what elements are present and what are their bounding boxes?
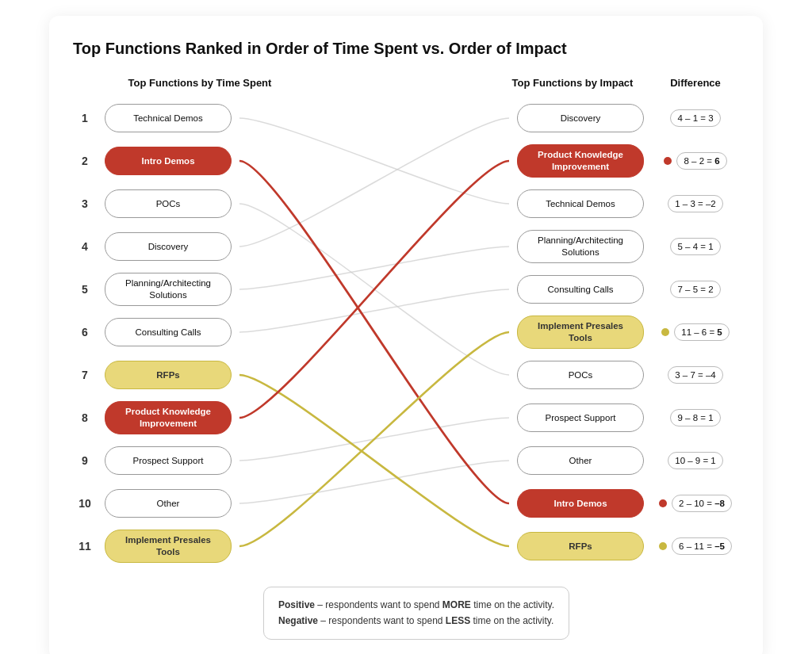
diff-box-5: 7 – 5 = 2 bbox=[670, 281, 720, 298]
diff-cell-9: 10 – 9 = 1 bbox=[652, 439, 739, 482]
right-box-11: RFPs bbox=[517, 532, 644, 560]
left-box-11: Implement Presales Tools bbox=[105, 530, 232, 563]
rank-number-4: 4 bbox=[73, 225, 97, 268]
diff-dot-6 bbox=[661, 328, 669, 336]
left-box-8: Product Knowledge Improvement bbox=[105, 401, 232, 434]
diff-dot-2 bbox=[664, 157, 672, 165]
right-item-11: RFPs bbox=[509, 525, 652, 568]
diff-cell-10: 2 – 10 = –8 bbox=[652, 482, 739, 525]
diff-cell-8: 9 – 8 = 1 bbox=[652, 396, 739, 439]
header-right: Top Functions by Impact bbox=[493, 77, 652, 89]
chart-body: 1234567891011 Technical DemosIntro Demos… bbox=[73, 97, 739, 571]
diff-cell-11: 6 – 11 = –5 bbox=[652, 525, 739, 568]
right-box-2: Product Knowledge Improvement bbox=[517, 144, 644, 178]
left-box-1: Technical Demos bbox=[105, 104, 232, 132]
columns-header: Top Functions by Time Spent Top Function… bbox=[73, 77, 739, 89]
left-box-3: POCs bbox=[105, 189, 232, 218]
right-item-6: Implement Presales Tools bbox=[509, 311, 652, 354]
diff-col: 4 – 1 = 38 – 2 = 61 – 3 = –25 – 4 = 17 –… bbox=[652, 97, 739, 568]
right-box-6: Implement Presales Tools bbox=[517, 316, 644, 349]
left-box-2: Intro Demos bbox=[105, 147, 232, 175]
right-box-7: POCs bbox=[517, 361, 644, 389]
left-item-11: Implement Presales Tools bbox=[97, 525, 239, 568]
diff-box-9: 10 – 9 = 1 bbox=[668, 452, 722, 469]
rank-number-5: 5 bbox=[73, 268, 97, 311]
diff-box-11: 6 – 11 = –5 bbox=[672, 537, 732, 555]
left-item-6: Consulting Calls bbox=[97, 311, 239, 354]
diff-dot-10 bbox=[659, 499, 667, 507]
right-item-8: Prospect Support bbox=[509, 396, 652, 439]
header-center bbox=[279, 77, 493, 89]
chart-container: Top Functions Ranked in Order of Time Sp… bbox=[49, 16, 763, 654]
diff-box-10: 2 – 10 = –8 bbox=[672, 495, 732, 512]
diff-box-7: 3 – 7 = –4 bbox=[668, 366, 722, 384]
right-item-10: Intro Demos bbox=[509, 482, 652, 525]
right-item-4: Planning/Architecting Solutions bbox=[509, 225, 652, 268]
right-box-1: Discovery bbox=[517, 104, 644, 132]
diff-box-3: 1 – 3 = –2 bbox=[668, 195, 722, 212]
rank-number-3: 3 bbox=[73, 182, 97, 225]
left-item-2: Intro Demos bbox=[97, 140, 239, 182]
right-item-5: Consulting Calls bbox=[509, 268, 652, 311]
right-box-4: Planning/Architecting Solutions bbox=[517, 230, 644, 263]
left-item-10: Other bbox=[97, 482, 239, 525]
diff-cell-3: 1 – 3 = –2 bbox=[652, 182, 739, 225]
diff-cell-5: 7 – 5 = 2 bbox=[652, 268, 739, 311]
rank-number-1: 1 bbox=[73, 97, 97, 140]
legend-negative: Negative – respondents want to spend LES… bbox=[278, 613, 554, 629]
rank-number-9: 9 bbox=[73, 439, 97, 482]
left-item-9: Prospect Support bbox=[97, 439, 239, 482]
right-item-3: Technical Demos bbox=[509, 182, 652, 225]
header-diff: Difference bbox=[652, 77, 739, 89]
header-left: Top Functions by Time Spent bbox=[121, 77, 279, 89]
rank-number-10: 10 bbox=[73, 482, 97, 525]
right-box-3: Technical Demos bbox=[517, 189, 644, 218]
rank-number-11: 11 bbox=[73, 525, 97, 568]
diff-cell-7: 3 – 7 = –4 bbox=[652, 354, 739, 396]
left-item-4: Discovery bbox=[97, 225, 239, 268]
right-box-8: Prospect Support bbox=[517, 403, 644, 432]
legend-box: Positive – respondents want to spend MOR… bbox=[263, 587, 569, 640]
left-box-10: Other bbox=[105, 489, 232, 518]
diff-box-6: 11 – 6 = 5 bbox=[674, 323, 730, 341]
left-box-6: Consulting Calls bbox=[105, 318, 232, 346]
right-box-10: Intro Demos bbox=[517, 489, 644, 518]
rank-number-8: 8 bbox=[73, 396, 97, 439]
left-item-8: Product Knowledge Improvement bbox=[97, 396, 239, 439]
diff-box-1: 4 – 1 = 3 bbox=[670, 109, 720, 127]
right-item-9: Other bbox=[509, 439, 652, 482]
left-item-5: Planning/Architecting Solutions bbox=[97, 268, 239, 311]
left-box-7: RFPs bbox=[105, 361, 232, 389]
right-col: DiscoveryProduct Knowledge ImprovementTe… bbox=[509, 97, 652, 568]
chart-title: Top Functions Ranked in Order of Time Sp… bbox=[73, 40, 739, 58]
diff-box-2: 8 – 2 = 6 bbox=[676, 152, 726, 170]
right-box-9: Other bbox=[517, 446, 644, 475]
left-item-7: RFPs bbox=[97, 354, 239, 396]
diff-box-8: 9 – 8 = 1 bbox=[670, 409, 720, 426]
right-item-7: POCs bbox=[509, 354, 652, 396]
svg-lines bbox=[239, 97, 509, 571]
left-box-5: Planning/Architecting Solutions bbox=[105, 273, 232, 306]
diff-dot-11 bbox=[659, 542, 667, 550]
diff-cell-2: 8 – 2 = 6 bbox=[652, 140, 739, 182]
right-box-5: Consulting Calls bbox=[517, 275, 644, 304]
legend-positive: Positive – respondents want to spend MOR… bbox=[278, 597, 554, 613]
left-item-3: POCs bbox=[97, 182, 239, 225]
diff-box-4: 5 – 4 = 1 bbox=[670, 238, 720, 255]
right-item-1: Discovery bbox=[509, 97, 652, 140]
diff-cell-6: 11 – 6 = 5 bbox=[652, 311, 739, 354]
rank-col-left: 1234567891011 bbox=[73, 97, 97, 568]
rank-number-6: 6 bbox=[73, 311, 97, 354]
rank-number-2: 2 bbox=[73, 140, 97, 182]
rank-number-7: 7 bbox=[73, 354, 97, 396]
diff-cell-1: 4 – 1 = 3 bbox=[652, 97, 739, 140]
right-item-2: Product Knowledge Improvement bbox=[509, 140, 652, 182]
left-item-1: Technical Demos bbox=[97, 97, 239, 140]
left-box-4: Discovery bbox=[105, 232, 232, 261]
diff-cell-4: 5 – 4 = 1 bbox=[652, 225, 739, 268]
left-box-9: Prospect Support bbox=[105, 446, 232, 475]
left-col: Technical DemosIntro DemosPOCsDiscoveryP… bbox=[97, 97, 239, 568]
